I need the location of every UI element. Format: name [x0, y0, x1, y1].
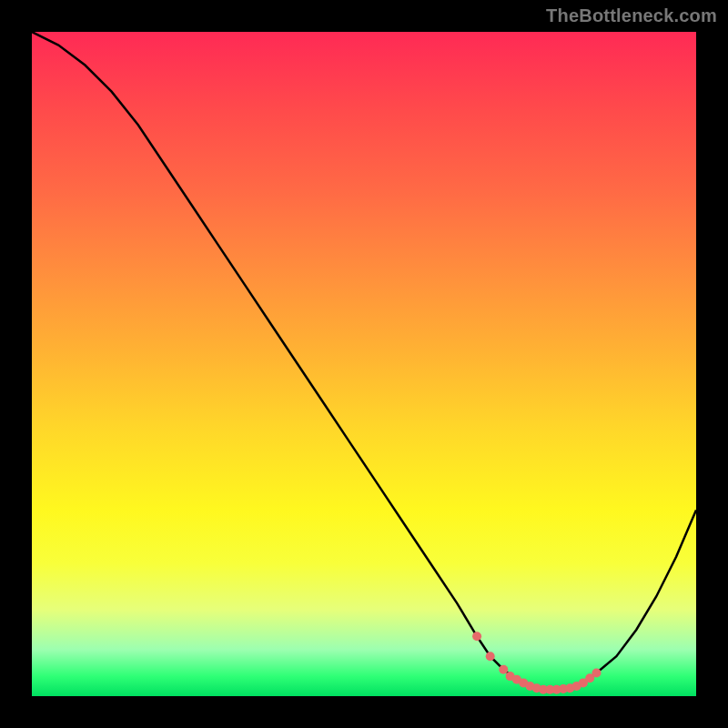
- watermark-text: TheBottleneck.com: [546, 5, 717, 26]
- chart-frame: TheBottleneck.com: [0, 0, 728, 728]
- bottleneck-curve: [32, 32, 696, 690]
- plot-area: [32, 32, 696, 696]
- optimum-markers: [472, 632, 601, 693]
- optimum-marker: [472, 632, 481, 641]
- optimum-marker: [499, 665, 508, 674]
- optimum-marker: [486, 652, 495, 661]
- optimum-marker: [592, 668, 602, 677]
- chart-svg: [32, 32, 696, 696]
